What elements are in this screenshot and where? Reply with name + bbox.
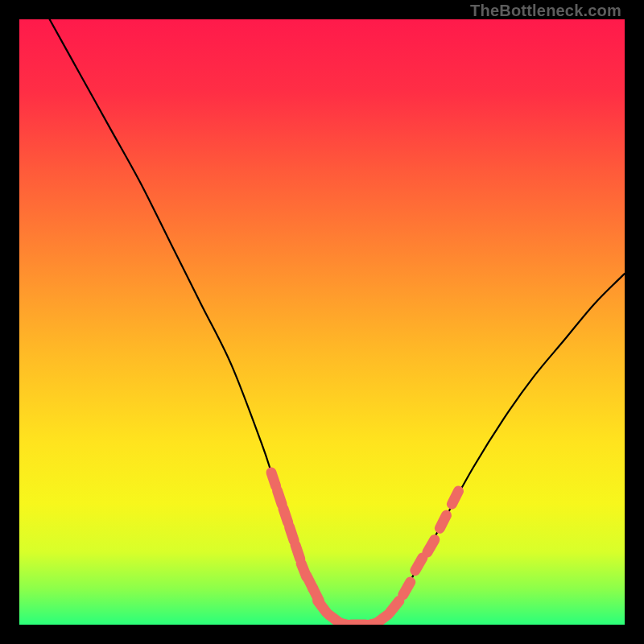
marker xyxy=(440,515,446,528)
marker xyxy=(403,582,411,595)
plot-area xyxy=(19,19,625,625)
marker xyxy=(427,539,435,552)
bottleneck-curve xyxy=(50,19,625,625)
highlight-markers xyxy=(271,473,458,625)
chart-frame: TheBottleneck.com xyxy=(0,0,644,644)
marker xyxy=(415,558,423,571)
marker xyxy=(390,601,399,612)
curve-layer xyxy=(19,19,625,625)
marker xyxy=(290,527,295,541)
marker xyxy=(295,545,300,559)
marker xyxy=(283,509,288,522)
watermark-text: TheBottleneck.com xyxy=(470,2,621,20)
marker xyxy=(278,491,283,505)
marker xyxy=(271,473,276,486)
marker xyxy=(452,491,458,504)
